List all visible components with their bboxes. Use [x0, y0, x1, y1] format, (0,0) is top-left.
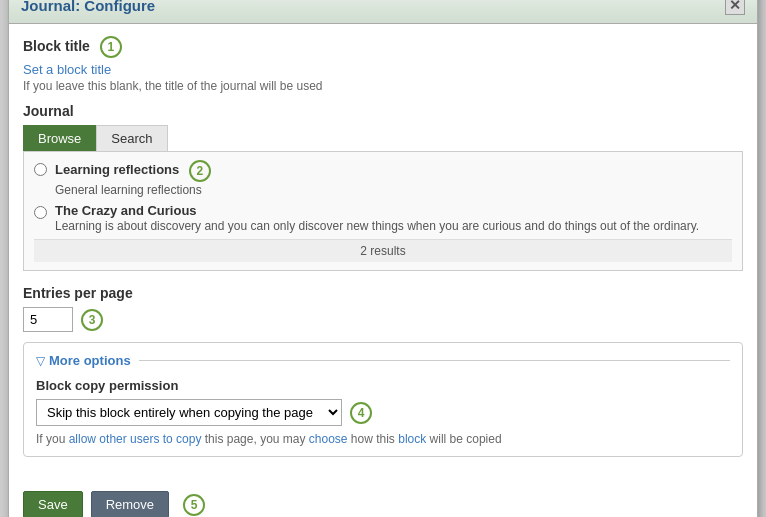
- dialog-header: Journal: Configure ✕: [9, 0, 757, 24]
- list-item: The Crazy and Curious Learning is about …: [34, 203, 732, 233]
- step-1-circle: 1: [100, 36, 122, 58]
- journal-radio-1[interactable]: [34, 163, 47, 176]
- tabs: Browse Search: [23, 125, 743, 151]
- journal-list: Learning reflections 2 General learning …: [23, 151, 743, 271]
- journal-item-2-title: The Crazy and Curious: [55, 203, 699, 218]
- journal-item-1-title: Learning reflections 2: [55, 160, 211, 182]
- step-5-circle: 5: [183, 494, 205, 516]
- step-4-circle: 4: [350, 402, 372, 424]
- journal-section-heading: Journal: [23, 103, 743, 119]
- entries-section: Entries per page 3: [23, 285, 743, 332]
- block-copy-heading: Block copy permission: [36, 378, 730, 393]
- block-title-section: Block title 1 Set a block title If you l…: [23, 36, 743, 93]
- block-title-heading: Block title 1: [23, 36, 743, 58]
- remove-button[interactable]: Remove: [91, 491, 169, 517]
- block-link[interactable]: block: [398, 432, 426, 446]
- journal-radio-2[interactable]: [34, 206, 47, 219]
- tab-browse[interactable]: Browse: [23, 125, 96, 151]
- copy-permission-select[interactable]: Skip this block entirely when copying th…: [36, 399, 342, 426]
- step-2-circle: 2: [189, 160, 211, 182]
- entries-heading: Entries per page: [23, 285, 743, 301]
- dialog-title: Journal: Configure: [21, 0, 155, 14]
- more-options-label[interactable]: More options: [49, 353, 131, 368]
- results-bar: 2 results: [34, 239, 732, 262]
- journal-item-2-desc: Learning is about discovery and you can …: [55, 219, 699, 233]
- dialog-footer: Save Remove 5: [9, 483, 757, 517]
- chevron-down-icon: ▽: [36, 354, 45, 368]
- block-title-hint: If you leave this blank, the title of th…: [23, 79, 743, 93]
- copy-hint: If you allow other users to copy this pa…: [36, 432, 730, 446]
- step-3-circle: 3: [81, 309, 103, 331]
- more-options-header: ▽ More options: [36, 353, 730, 368]
- list-item: Learning reflections 2 General learning …: [34, 160, 732, 197]
- save-button[interactable]: Save: [23, 491, 83, 517]
- allow-copy-link[interactable]: allow other users to copy: [69, 432, 202, 446]
- close-button[interactable]: ✕: [725, 0, 745, 15]
- more-options-divider: [139, 360, 730, 361]
- entries-input[interactable]: [23, 307, 73, 332]
- tab-search[interactable]: Search: [96, 125, 167, 151]
- choose-link[interactable]: choose: [309, 432, 348, 446]
- journal-configure-dialog: Journal: Configure ✕ Block title 1 Set a…: [8, 0, 758, 517]
- more-options-section: ▽ More options Block copy permission Ski…: [23, 342, 743, 457]
- set-block-title-link[interactable]: Set a block title: [23, 62, 111, 77]
- dialog-body: Block title 1 Set a block title If you l…: [9, 24, 757, 483]
- journal-item-1-desc: General learning reflections: [55, 183, 211, 197]
- journal-section: Journal Browse Search Learning reflectio…: [23, 103, 743, 271]
